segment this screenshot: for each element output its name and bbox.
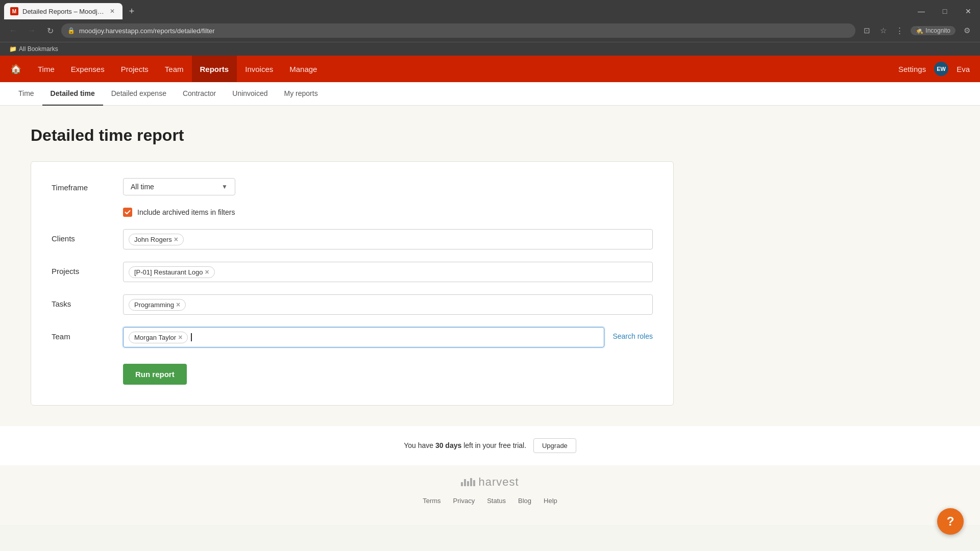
extensions-icon[interactable]: ⚙ bbox=[960, 23, 974, 38]
new-tab-button[interactable]: + bbox=[125, 4, 139, 18]
browser-toolbar: ← → ↻ 🔒 moodjoy.harvestapp.com/reports/d… bbox=[0, 19, 980, 42]
nav-team[interactable]: Team bbox=[157, 56, 192, 82]
team-tag-input[interactable]: Morgan Taylor × bbox=[123, 327, 604, 347]
timeframe-dropdown[interactable]: All time ▼ bbox=[123, 178, 235, 195]
back-button[interactable]: ← bbox=[6, 23, 20, 38]
bar3 bbox=[467, 481, 469, 486]
forward-button[interactable]: → bbox=[24, 23, 39, 38]
user-name[interactable]: Eva bbox=[957, 65, 970, 73]
address-text: moodjoy.harvestapp.com/reports/detailed/… bbox=[79, 27, 849, 35]
nav-reports[interactable]: Reports bbox=[192, 56, 237, 82]
nav-time[interactable]: Time bbox=[30, 56, 63, 82]
maximize-button[interactable]: □ bbox=[933, 2, 957, 21]
footer-links: Terms Privacy Status Blog Help bbox=[423, 497, 557, 505]
bookmark-star-icon[interactable]: ☆ bbox=[876, 23, 890, 38]
footer-terms[interactable]: Terms bbox=[423, 497, 440, 505]
task-tag-programming: Programming × bbox=[129, 299, 186, 311]
client-tag-label: John Rogers bbox=[134, 236, 172, 243]
tab-favicon: M bbox=[10, 7, 18, 15]
projects-row: Projects [P-01] Restaurant Logo × bbox=[52, 262, 653, 282]
cast-icon[interactable]: ⊡ bbox=[860, 23, 874, 38]
close-button[interactable]: ✕ bbox=[957, 2, 980, 21]
timeframe-value: All time bbox=[131, 183, 154, 191]
timeframe-control: All time ▼ bbox=[123, 178, 653, 195]
team-control: Morgan Taylor × bbox=[123, 327, 604, 347]
main-content: Detailed time report Timeframe All time … bbox=[0, 106, 980, 426]
footer-blog[interactable]: Blog bbox=[518, 497, 531, 505]
incognito-badge[interactable]: 🕵 Incognito bbox=[911, 26, 955, 35]
user-avatar[interactable]: EW bbox=[934, 62, 948, 76]
projects-tag-input[interactable]: [P-01] Restaurant Logo × bbox=[123, 262, 653, 282]
upgrade-button[interactable]: Upgrade bbox=[533, 438, 576, 453]
browser-tab[interactable]: M Detailed Reports – Moodjoy – ✕ bbox=[4, 3, 122, 19]
team-tag-morgan-taylor: Morgan Taylor × bbox=[129, 332, 188, 343]
bar2 bbox=[464, 479, 466, 486]
projects-control: [P-01] Restaurant Logo × bbox=[123, 262, 653, 282]
tasks-control: Programming × bbox=[123, 294, 653, 315]
footer-privacy[interactable]: Privacy bbox=[453, 497, 475, 505]
tab-close-button[interactable]: ✕ bbox=[108, 7, 116, 15]
minimize-button[interactable]: — bbox=[910, 2, 933, 21]
team-tag-label: Morgan Taylor bbox=[134, 334, 176, 341]
address-bar[interactable]: 🔒 moodjoy.harvestapp.com/reports/detaile… bbox=[61, 23, 855, 38]
subnav-detailed-time[interactable]: Detailed time bbox=[42, 82, 103, 106]
trial-text2: left in your free trial. bbox=[461, 441, 526, 449]
text-cursor bbox=[191, 333, 192, 341]
run-button-row: Run report bbox=[52, 360, 653, 385]
bookmarks-folder[interactable]: 📁 All Bookmarks bbox=[6, 44, 61, 54]
nav-projects[interactable]: Projects bbox=[113, 56, 157, 82]
form-card: Timeframe All time ▼ Include archived it… bbox=[31, 161, 674, 406]
project-tag-label: [P-01] Restaurant Logo bbox=[134, 268, 203, 276]
lock-icon: 🔒 bbox=[67, 27, 75, 34]
help-fab-button[interactable]: ? bbox=[937, 508, 964, 535]
trial-text: You have bbox=[404, 441, 435, 449]
subnav-contractor[interactable]: Contractor bbox=[175, 82, 224, 106]
bookmarks-bar: 📁 All Bookmarks bbox=[0, 42, 980, 56]
tasks-tag-input[interactable]: Programming × bbox=[123, 294, 653, 315]
archived-label: Include archived items in filters bbox=[137, 208, 235, 216]
browser-menu-icon[interactable]: ⋮ bbox=[892, 23, 906, 38]
team-label: Team bbox=[52, 327, 123, 341]
trial-days: 30 days bbox=[435, 441, 461, 449]
subnav-detailed-expense[interactable]: Detailed expense bbox=[103, 82, 175, 106]
subnav-my-reports[interactable]: My reports bbox=[276, 82, 326, 106]
project-tag-remove[interactable]: × bbox=[205, 268, 209, 276]
archived-row: Include archived items in filters bbox=[52, 208, 653, 217]
search-roles-link[interactable]: Search roles bbox=[612, 327, 653, 340]
footer-status[interactable]: Status bbox=[487, 497, 506, 505]
toolbar-icons: ⊡ ☆ ⋮ bbox=[860, 23, 906, 38]
subnav-time[interactable]: Time bbox=[10, 82, 42, 106]
archived-checkbox[interactable] bbox=[123, 208, 132, 217]
logo-text: harvest bbox=[478, 475, 519, 489]
harvest-logo: harvest bbox=[461, 475, 519, 489]
run-report-button[interactable]: Run report bbox=[123, 364, 187, 385]
nav-right: Settings EW Eva bbox=[898, 62, 970, 76]
clients-row: Clients John Rogers × bbox=[52, 229, 653, 249]
top-nav: 🏠 Time Expenses Projects Team Reports In… bbox=[0, 56, 980, 82]
subnav-uninvoiced[interactable]: Uninvoiced bbox=[224, 82, 276, 106]
task-tag-label: Programming bbox=[134, 301, 174, 309]
sub-nav: Time Detailed time Detailed expense Cont… bbox=[0, 82, 980, 106]
task-tag-remove[interactable]: × bbox=[176, 301, 180, 308]
trial-banner: You have 30 days left in your free trial… bbox=[0, 426, 980, 465]
browser-chrome: M Detailed Reports – Moodjoy – ✕ + — □ ✕… bbox=[0, 0, 980, 56]
clients-tag-input[interactable]: John Rogers × bbox=[123, 229, 653, 249]
team-tag-remove[interactable]: × bbox=[178, 334, 182, 341]
footer: harvest Terms Privacy Status Blog Help bbox=[0, 465, 980, 525]
client-tag-remove[interactable]: × bbox=[174, 236, 178, 243]
bar4 bbox=[470, 478, 472, 486]
home-icon[interactable]: 🏠 bbox=[10, 63, 21, 74]
logo-bars bbox=[461, 478, 475, 486]
clients-control: John Rogers × bbox=[123, 229, 653, 249]
incognito-label: Incognito bbox=[925, 27, 950, 34]
nav-manage[interactable]: Manage bbox=[281, 56, 325, 82]
timeframe-label: Timeframe bbox=[52, 178, 123, 192]
reload-button[interactable]: ↻ bbox=[43, 23, 57, 38]
footer-help[interactable]: Help bbox=[544, 497, 557, 505]
nav-expenses[interactable]: Expenses bbox=[63, 56, 113, 82]
client-tag-john-rogers: John Rogers × bbox=[129, 234, 184, 245]
nav-invoices[interactable]: Invoices bbox=[237, 56, 281, 82]
settings-link[interactable]: Settings bbox=[898, 65, 926, 73]
clients-label: Clients bbox=[52, 229, 123, 243]
tasks-label: Tasks bbox=[52, 294, 123, 308]
